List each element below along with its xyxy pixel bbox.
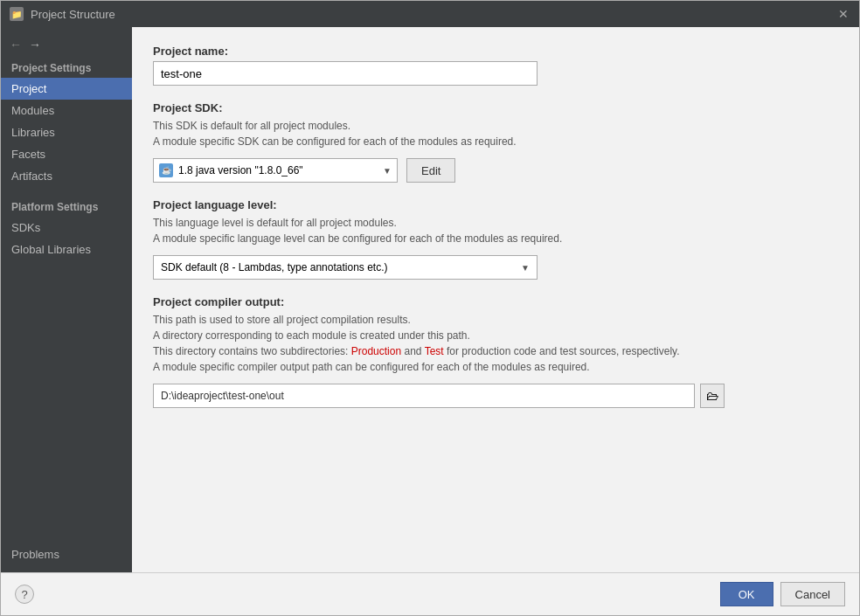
platform-settings-header: Platform Settings	[1, 194, 132, 217]
compiler-desc-4: A module specific compiler output path c…	[153, 359, 838, 375]
lang-dropdown-arrow: ▼	[521, 263, 530, 273]
language-level-section: Project language level: This language le…	[153, 198, 838, 280]
cancel-button[interactable]: Cancel	[780, 582, 845, 606]
language-level-value: SDK default (8 - Lambdas, type annotatio…	[161, 261, 387, 273]
lang-desc-2: A module specific language level can be …	[153, 231, 838, 246]
project-sdk-label: Project SDK:	[153, 101, 838, 114]
sdk-row: ☕ 1.8 java version "1.8.0_66" ▼ Edit	[153, 158, 838, 183]
title-bar: 📁 Project Structure ✕	[1, 1, 859, 27]
language-level-dropdown[interactable]: SDK default (8 - Lambdas, type annotatio…	[153, 255, 538, 280]
sidebar-item-global-libraries[interactable]: Global Libraries	[1, 239, 132, 260]
project-sdk-section: Project SDK: This SDK is default for all…	[153, 101, 838, 183]
sdk-desc-1: This SDK is default for all project modu…	[153, 118, 838, 134]
lang-desc-1: This language level is default for all p…	[153, 215, 838, 231]
compiler-desc-2: A directory corresponding to each module…	[153, 328, 838, 343]
sdk-java-icon: ☕	[159, 163, 173, 177]
sidebar-bottom: Problems	[1, 260, 132, 572]
close-button[interactable]: ✕	[836, 7, 850, 21]
sidebar-item-sdks[interactable]: SDKs	[1, 217, 132, 239]
project-name-section: Project name:	[153, 45, 838, 86]
compiler-desc-1: This path is used to store all project c…	[153, 312, 838, 328]
button-group: OK Cancel	[720, 582, 845, 606]
compiler-output-input[interactable]	[153, 384, 695, 408]
sdk-dropdown-arrow: ▼	[383, 166, 392, 176]
back-arrow[interactable]: ←	[10, 38, 22, 52]
language-level-desc: This language level is default for all p…	[153, 215, 838, 246]
sidebar: ← → Project Settings Project Modules Lib…	[1, 27, 132, 572]
dialog-icon: 📁	[10, 7, 24, 21]
compiler-output-desc: This path is used to store all project c…	[153, 312, 838, 375]
compiler-desc-3: This directory contains two subdirectori…	[153, 343, 838, 359]
sidebar-item-project[interactable]: Project	[1, 78, 132, 100]
sidebar-item-modules[interactable]: Modules	[1, 100, 132, 121]
sdk-desc-2: A module specific SDK can be configured …	[153, 134, 838, 149]
sdk-edit-button[interactable]: Edit	[406, 158, 455, 183]
compiler-output-row: 🗁	[153, 384, 838, 408]
sdk-value: 1.8 java version "1.8.0_66"	[178, 164, 303, 176]
nav-arrows: ← →	[1, 34, 132, 55]
project-settings-header: Project Settings	[1, 55, 132, 78]
ok-button[interactable]: OK	[720, 582, 773, 606]
content-area: Project name: Project SDK: This SDK is d…	[132, 27, 859, 572]
title-bar-left: 📁 Project Structure	[10, 7, 115, 21]
project-name-label: Project name:	[153, 45, 838, 58]
language-level-label: Project language level:	[153, 198, 838, 211]
forward-arrow[interactable]: →	[29, 38, 41, 52]
project-name-input[interactable]	[153, 61, 538, 86]
sidebar-item-libraries[interactable]: Libraries	[1, 121, 132, 143]
project-sdk-desc: This SDK is default for all project modu…	[153, 118, 838, 149]
sidebar-item-problems[interactable]: Problems	[1, 543, 132, 565]
sidebar-item-facets[interactable]: Facets	[1, 143, 132, 165]
sdk-dropdown[interactable]: ☕ 1.8 java version "1.8.0_66" ▼	[153, 158, 398, 183]
compiler-output-section: Project compiler output: This path is us…	[153, 295, 838, 408]
folder-icon: 🗁	[706, 389, 718, 403]
project-structure-dialog: 📁 Project Structure ✕ ← → Project Settin…	[0, 0, 860, 616]
title-bar-title: Project Structure	[31, 8, 115, 21]
compiler-output-label: Project compiler output:	[153, 295, 838, 308]
main-content: ← → Project Settings Project Modules Lib…	[1, 27, 859, 572]
sidebar-item-artifacts[interactable]: Artifacts	[1, 165, 132, 187]
bottom-bar: ? OK Cancel	[1, 572, 859, 615]
help-button[interactable]: ?	[15, 585, 34, 604]
folder-browse-button[interactable]: 🗁	[700, 384, 725, 408]
problems-section: Problems	[1, 536, 132, 572]
